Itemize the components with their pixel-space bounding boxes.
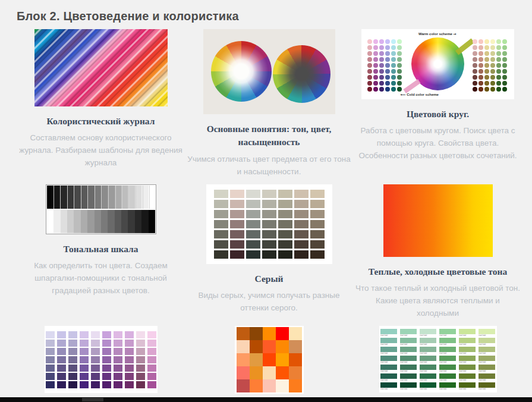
- lesson-card-basic-concepts[interactable]: Основные понятия: тон, цвет, насыщенност…: [185, 29, 353, 178]
- gray-swatch-grid: [214, 190, 325, 259]
- cold-scheme-label: ⟵ Cold color scheme: [401, 92, 439, 96]
- lesson-thumbnail-tonal-scale[interactable]: [46, 184, 156, 234]
- lesson-description: Как определить тон цвета. Создаем шпарга…: [17, 260, 185, 297]
- purple-swatch-grid: [46, 331, 156, 388]
- course-page: Блок 2. Цветоведение и колористика Колор…: [0, 0, 532, 402]
- lesson-title[interactable]: Колористический журнал: [47, 115, 155, 128]
- orange-mosaic-grid: [237, 327, 302, 392]
- lesson-description: Составляем основу колористического журна…: [17, 132, 185, 169]
- lesson-card-coloristic-journal[interactable]: Колористический журнал Составляем основу…: [17, 29, 185, 178]
- lesson-thumbnail-color-wheels-photo[interactable]: [203, 29, 335, 114]
- lesson-description: Что такое теплый и холодный цветовой тон…: [354, 282, 522, 320]
- lesson-description: Учимся отличать цвет предмета от его тон…: [185, 153, 353, 178]
- lesson-title[interactable]: Тональная шкала: [63, 243, 138, 256]
- lesson-thumbnail-pencils[interactable]: [34, 29, 168, 106]
- cold-dots-grid: [367, 39, 402, 92]
- lesson-card-tonal-scale[interactable]: Тональная шкала Как определить тон цвета…: [17, 184, 185, 320]
- lesson-thumbnail-green-pantone[interactable]: PANTONEPANTONEPANTONEPANTONEPANTONEPANTO…: [379, 326, 497, 392]
- taskbar-segment: [82, 398, 103, 401]
- lesson-thumbnail-color-circle-chart[interactable]: Warm color scheme ➞ ⟵ Cold color scheme: [361, 29, 514, 99]
- lesson-title[interactable]: Серый: [255, 272, 284, 285]
- lesson-description: Работа с цветовым кругом. Поиск цвета с …: [354, 125, 522, 162]
- lesson-card-violets[interactable]: Фиолетовые: [17, 326, 185, 402]
- lesson-card-gray[interactable]: Серый Виды серых, учимся получать разные…: [185, 184, 353, 320]
- green-pantone-grid: PANTONEPANTONEPANTONEPANTONEPANTONEPANTO…: [380, 329, 495, 390]
- lesson-card-color-circle[interactable]: Warm color scheme ➞ ⟵ Cold color scheme …: [353, 29, 522, 178]
- color-wheel-tints: [211, 41, 272, 102]
- lesson-card-oranges[interactable]: Оранжевые: [185, 326, 353, 402]
- tonal-scale-light-to-dark: [47, 210, 155, 233]
- lesson-title[interactable]: Основные понятия: тон, цвет, насыщенност…: [195, 123, 344, 149]
- lesson-thumbnail-warm-gradient[interactable]: [383, 184, 493, 257]
- color-wheel-shades: [273, 45, 330, 103]
- lesson-thumbnail-gray-swatches[interactable]: [206, 184, 332, 264]
- lesson-thumbnail-orange-mosaic[interactable]: [235, 326, 304, 394]
- window-bottom-edge: [0, 397, 532, 402]
- lesson-title[interactable]: Теплые, холодные цветовые тона: [369, 265, 507, 278]
- warm-scheme-label: Warm color scheme ➞: [418, 32, 457, 36]
- cold-wedge-marker: [403, 79, 420, 93]
- lesson-grid: Колористический журнал Составляем основу…: [17, 29, 522, 402]
- lesson-card-warm-cold-tones[interactable]: Теплые, холодные цветовые тона Что такое…: [353, 184, 522, 320]
- lesson-card-greens[interactable]: PANTONEPANTONEPANTONEPANTONEPANTONEPANTO…: [353, 326, 522, 402]
- block-title: Блок 2. Цветоведение и колористика: [17, 10, 522, 23]
- lesson-title[interactable]: Цветовой круг.: [407, 108, 469, 121]
- warm-dots-grid: [473, 39, 507, 92]
- lesson-thumbnail-purple-swatches[interactable]: [45, 326, 158, 393]
- lesson-description: Виды серых, учимся получать разные оттен…: [185, 290, 353, 315]
- tonal-scale-dark-to-light: [47, 186, 155, 209]
